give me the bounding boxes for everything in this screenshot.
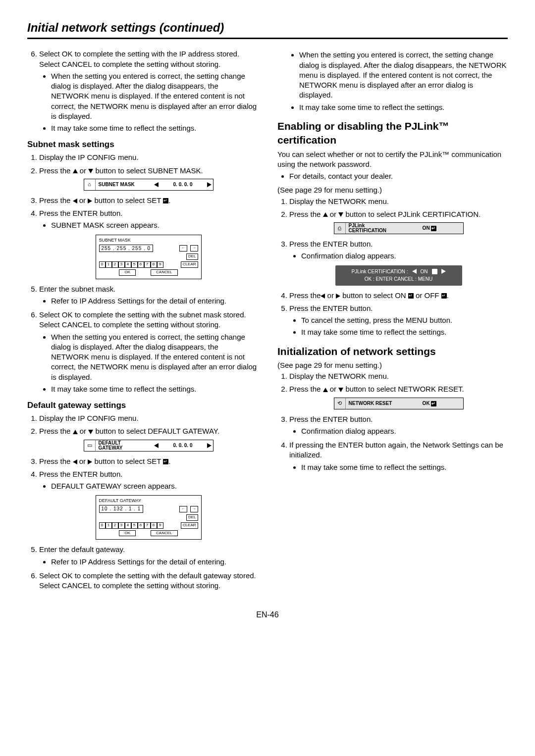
menu-label: NETWORK RESET <box>346 401 403 406</box>
menu-icon: ⎙ <box>334 223 346 234</box>
arrow-right-btn: → <box>190 506 198 512</box>
digit: 3 <box>118 522 125 529</box>
step-6: Select OK to complete the setting with t… <box>39 49 258 133</box>
del-btn: DEL <box>186 253 198 260</box>
init-step3: Press the ENTER button. Confirmation dia… <box>289 414 508 437</box>
right-arrow-icon <box>441 269 446 274</box>
right-icon <box>88 199 92 203</box>
text: button to select SET <box>92 457 163 465</box>
bullet: To cancel the setting, press the MENU bu… <box>301 315 508 325</box>
clear-btn: CLEAR <box>181 522 198 529</box>
gateway-heading: Default gateway settings <box>27 400 258 411</box>
digit: 1 <box>106 522 112 529</box>
right-arrow-icon <box>206 442 213 449</box>
init-step2: Press the or button to select NETWORK RE… <box>289 384 508 409</box>
text: . <box>168 196 170 204</box>
bullet: It may take some time to reflect the set… <box>301 462 508 472</box>
init-step1: Display the NETWORK menu. <box>289 371 508 381</box>
text: . <box>447 291 449 300</box>
editor-title: DEFAULT GATEWAY <box>99 498 198 504</box>
digit: 6 <box>138 522 144 529</box>
enter-icon <box>441 293 447 299</box>
enter-icon <box>163 198 168 203</box>
keypad: 0 1 2 3 4 5 6 7 8 9 <box>99 522 163 529</box>
clear-btn: CLEAR <box>181 261 198 268</box>
editor-title: SUBNET MASK <box>99 237 198 243</box>
digit: 5 <box>131 522 138 529</box>
init-see: (See page 29 for menu setting.) <box>277 360 508 370</box>
page-title: Initial network settings (continued) <box>27 20 508 36</box>
menu-value: OK <box>403 400 456 407</box>
text: button to select SUBNET MASK. <box>93 166 203 175</box>
left-arrow-icon <box>153 442 160 449</box>
bullet: Confirmation dialog appears. <box>301 426 508 436</box>
subnet-menu-bar: ⌂ SUBNET MASK 0. 0. 0. 0 <box>84 179 214 191</box>
bullet: It may take some time to reflect the set… <box>51 384 258 394</box>
digit: 0 <box>99 261 106 268</box>
gateway-step2: Press the or button to select DEFAULT GA… <box>39 426 258 451</box>
left-arrow-icon <box>153 181 160 188</box>
digit: 9 <box>157 522 163 529</box>
digit: 1 <box>106 261 112 268</box>
menu-label: DEFAULT GATEWAY <box>96 440 153 451</box>
text: or OFF <box>414 291 441 300</box>
enter-icon <box>431 226 436 231</box>
gateway-step4: Press the ENTER button. DEFAULT GATEWAY … <box>39 469 258 540</box>
gateway-step6: Select OK to complete the setting with t… <box>39 571 258 591</box>
left-icon <box>73 199 77 203</box>
text: Press the ENTER button. <box>289 304 373 312</box>
digit: 8 <box>151 261 157 268</box>
digit: 8 <box>151 522 157 529</box>
ok-btn: OK <box>119 269 136 276</box>
text: . <box>168 457 170 465</box>
right-icon <box>336 294 340 299</box>
digit: 6 <box>138 261 144 268</box>
text: Enter the subnet mask. <box>39 285 115 293</box>
menu-label: PJLink CERTIFICATION <box>346 223 403 233</box>
text: button to select PJLink CERTIFICATION. <box>343 210 481 218</box>
bullet: SUBNET MASK screen appears. <box>51 220 258 230</box>
gateway-menu-bar: ▭ DEFAULT GATEWAY 0. 0. 0. 0 <box>84 440 214 452</box>
menu-value: 0. 0. 0. 0 <box>160 181 206 188</box>
text: Press the ENTER button. <box>289 415 373 423</box>
left-column: Select OK to complete the setting with t… <box>27 48 258 595</box>
cancel-btn: CANCEL <box>151 269 177 276</box>
text: Press the ENTER button. <box>39 470 122 478</box>
digit: 2 <box>112 522 118 529</box>
cancel-btn: CANCEL <box>151 530 177 537</box>
down-icon <box>88 169 93 173</box>
text: Press the <box>39 457 73 465</box>
step-text: Select OK to complete the setting with t… <box>39 50 239 68</box>
text: or <box>78 166 89 175</box>
digit: 0 <box>99 522 106 529</box>
up-icon <box>323 212 328 217</box>
text: Press the <box>289 210 323 218</box>
text: or <box>77 196 88 204</box>
right-arrow-icon <box>206 181 213 188</box>
bullet: Refer to IP Address Settings for the det… <box>51 296 258 306</box>
text: button to select NETWORK RESET. <box>343 385 464 393</box>
text: Enter the default gateway. <box>39 545 125 554</box>
del-btn: DEL <box>186 514 198 521</box>
text: or <box>325 291 336 300</box>
bullet: It may take some time to reflect the set… <box>299 102 508 112</box>
gateway-step5: Enter the default gateway. Refer to IP A… <box>39 545 258 567</box>
arrow-left-btn: ← <box>179 506 187 512</box>
subnet-step3: Press the or button to select SET . <box>39 196 258 205</box>
reset-menu-bar: ⟲ NETWORK RESET OK <box>334 398 464 409</box>
pjlink-step4: Press the or button to select ON or OFF … <box>289 291 508 301</box>
pjlink-step2: Press the or button to select PJLink CER… <box>289 209 508 234</box>
ip-field: 255 . 255 . 255 . 0 <box>99 245 154 252</box>
text: or <box>78 427 89 435</box>
subnet-step6: Select OK to complete the setting with t… <box>39 310 258 394</box>
confirm-label: PJLink CERTIFICATION : <box>351 268 408 275</box>
subnet-heading: Subnet mask settings <box>27 139 258 151</box>
ip-field: 10 . 132 . 1 . 1 <box>99 505 144 513</box>
page-number: EN-46 <box>27 609 508 620</box>
text: Press the <box>39 166 73 175</box>
bullet: DEFAULT GATEWAY screen appears. <box>51 481 258 491</box>
left-arrow-icon <box>412 269 417 274</box>
down-icon <box>338 388 343 392</box>
bullet: When the setting you entered is correct,… <box>51 71 258 121</box>
pjlink-step1: Display the NETWORK menu. <box>289 197 508 206</box>
